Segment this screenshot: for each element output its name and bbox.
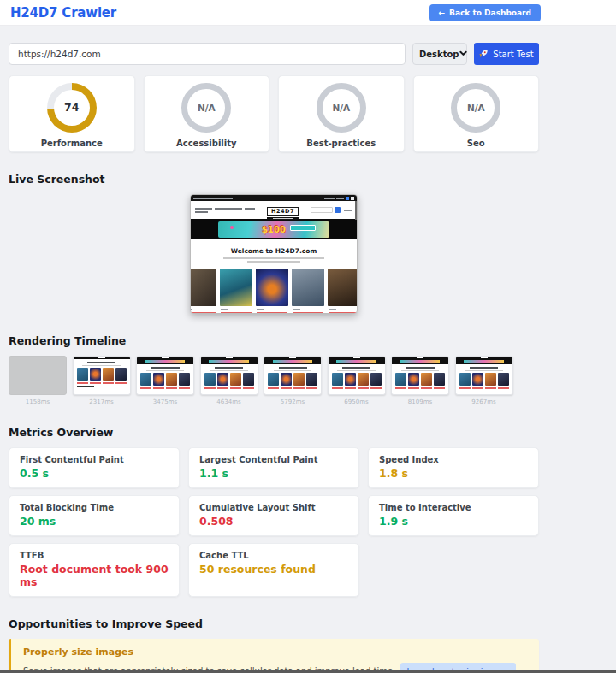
site-navbar: H24D7	[191, 201, 357, 219]
back-to-dashboard-button[interactable]: ← Back to Dashboard	[429, 4, 541, 21]
rendering-timeline-heading: Rendering Timeline	[9, 334, 539, 347]
metric-card-ttfb: TTFB Root document took 900 ms	[9, 543, 180, 597]
performance-score-value: 74	[64, 101, 79, 114]
metric-label: Largest Contentful Paint	[199, 455, 348, 464]
site-welcome-heading: Welcome to H24D7.com	[191, 247, 357, 255]
site-topbar-icon	[346, 197, 349, 200]
metric-value: 1.8 s	[379, 467, 528, 480]
timeline-frame: 6950ms	[328, 356, 386, 405]
timeline-timestamp: 1158ms	[9, 398, 67, 405]
metric-label: Cumulative Layout Shift	[199, 503, 348, 512]
timeline-timestamp: 9267ms	[455, 398, 513, 405]
site-product-row	[190, 269, 358, 314]
timeline-frame: 8109ms	[391, 356, 449, 405]
timeline-thumbnail	[455, 356, 513, 395]
score-cards: 74 Performance N/A Accessibility N/A Bes…	[9, 75, 539, 152]
metric-value: 0.508	[199, 515, 348, 528]
product-card	[190, 269, 216, 314]
chevron-down-icon	[459, 50, 467, 59]
metric-value: Root document took 900 ms	[20, 563, 169, 588]
metric-label: Total Blocking Time	[20, 503, 169, 512]
test-bar: Desktop Start Test	[9, 43, 539, 65]
url-input[interactable]	[9, 43, 406, 65]
site-promo-banner: $100	[218, 221, 329, 238]
metric-card-cache-ttl: Cache TTL 50 resources found	[188, 543, 359, 597]
live-screenshot-thumbnail: H24D7 $100 Welcome to H24D7.com	[190, 194, 358, 314]
metric-value: 1.1 s	[199, 467, 348, 480]
timeline-thumbnail	[73, 356, 131, 395]
timeline-thumbnail	[9, 356, 67, 395]
timeline-frame: 1158ms	[9, 356, 67, 405]
score-label-accessibility: Accessibility	[176, 139, 236, 148]
metric-card-speed-index: Speed Index 1.8 s	[368, 447, 539, 488]
site-banner-text: $100	[262, 225, 286, 234]
metric-label: Cache TTL	[199, 551, 348, 560]
main-content: Desktop Start Test 74 Performance	[9, 43, 539, 673]
seo-score-value: N/A	[467, 103, 485, 113]
metric-card-tti: Time to Interactive 1.9 s	[368, 495, 539, 536]
timeline-thumbnail	[328, 356, 386, 395]
metric-label: Speed Index	[379, 455, 528, 464]
metric-label: Time to Interactive	[379, 503, 528, 512]
app-header: H24D7 Crawler ← Back to Dashboard	[0, 0, 616, 26]
metrics-grid: First Contentful Paint 0.5 s Largest Con…	[9, 447, 539, 597]
timeline-frame: 3475ms	[136, 356, 194, 405]
metric-card-fcp: First Contentful Paint 0.5 s	[9, 447, 180, 488]
seo-gauge: N/A	[451, 83, 500, 133]
timeline-frame: 5792ms	[264, 356, 322, 405]
metric-value: 0.5 s	[20, 467, 169, 480]
score-label-seo: Seo	[467, 139, 485, 148]
metric-value: 1.9 s	[379, 515, 528, 528]
timeline-frame: 2317ms	[73, 356, 131, 405]
site-search-button	[335, 207, 341, 213]
timeline-frame: 9267ms	[455, 356, 513, 405]
product-card	[328, 269, 358, 314]
metric-card-cls: Cumulative Layout Shift 0.508	[188, 495, 359, 536]
product-card	[256, 269, 288, 314]
site-logo: H24D7	[267, 200, 299, 220]
timeline-timestamp: 5792ms	[264, 398, 322, 405]
device-select-value: Desktop	[419, 50, 459, 59]
metric-card-lcp: Largest Contentful Paint 1.1 s	[188, 447, 359, 488]
live-screenshot-heading: Live Screenshot	[9, 173, 539, 186]
product-card	[220, 269, 252, 314]
accessibility-score-value: N/A	[198, 103, 216, 113]
metric-card-tbt: Total Blocking Time 20 ms	[9, 495, 180, 536]
score-card-accessibility: N/A Accessibility	[144, 75, 270, 152]
performance-gauge: 74	[47, 83, 97, 133]
timeline-timestamp: 2317ms	[73, 398, 131, 405]
start-test-label: Start Test	[493, 50, 533, 59]
timeline-thumbnail	[264, 356, 322, 395]
score-card-best-practices: N/A Best-practices	[278, 75, 405, 152]
site-banner-band: $100	[191, 219, 357, 239]
timeline-timestamp: 4634ms	[200, 398, 258, 405]
score-card-seo: N/A Seo	[413, 75, 540, 152]
opportunity-card-size-images: Properly size images Serve images that a…	[9, 639, 539, 673]
timeline-timestamp: 6950ms	[328, 398, 386, 405]
back-button-label: Back to Dashboard	[449, 9, 531, 17]
timeline-thumbnail	[391, 356, 449, 395]
metric-value: 50 resources found	[199, 563, 348, 576]
metrics-overview-heading: Metrics Overview	[9, 426, 539, 439]
accessibility-gauge: N/A	[181, 83, 231, 133]
opportunities-heading: Opportunities to Improve Speed	[9, 617, 539, 630]
score-card-performance: 74 Performance	[9, 75, 135, 152]
site-body: Welcome to H24D7.com	[191, 239, 357, 314]
best-practices-score-value: N/A	[332, 103, 350, 113]
metric-label: TTFB	[20, 551, 169, 560]
metric-value: 20 ms	[20, 515, 169, 528]
site-search-box	[311, 207, 333, 213]
site-scrollbar	[355, 201, 357, 220]
timeline-timestamp: 3475ms	[136, 398, 194, 405]
start-test-button[interactable]: Start Test	[474, 43, 539, 65]
device-select[interactable]: Desktop	[412, 43, 467, 65]
page-title: H24D7 Crawler	[10, 5, 116, 21]
timeline-thumbnail	[200, 356, 258, 395]
score-label-performance: Performance	[41, 139, 103, 148]
timeline-thumbnail	[136, 356, 194, 395]
timeline-row: 1158ms 2317ms 3475ms 4634ms 5792ms 6950m…	[9, 356, 539, 405]
score-label-best-practices: Best-practices	[306, 139, 376, 148]
best-practices-gauge: N/A	[317, 83, 366, 133]
timeline-frame: 4634ms	[200, 356, 258, 405]
back-arrow-icon: ←	[439, 9, 446, 17]
